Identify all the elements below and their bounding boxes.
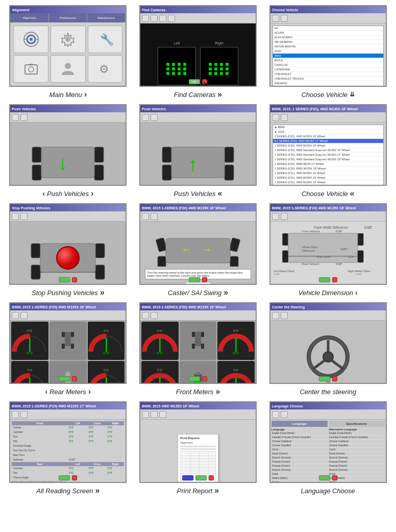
cv2-list[interactable]: ► BMW ► 2015 1 SERIES (F20), 4WD M135X 1… bbox=[273, 125, 384, 186]
lang-item[interactable]: Canadian Français (French Canadian) bbox=[271, 436, 328, 440]
btn-ok-fm[interactable] bbox=[189, 376, 200, 381]
make-daewoo[interactable]: DAEWOO bbox=[273, 81, 383, 86]
make-buick[interactable]: BUICK bbox=[273, 58, 383, 63]
make-ac[interactable]: AC bbox=[273, 26, 383, 31]
tb-btn-sp-1[interactable] bbox=[12, 213, 19, 220]
tab-specs[interactable]: Specifications bbox=[329, 421, 385, 427]
tab-language[interactable]: Language bbox=[271, 421, 328, 427]
tb-btn-pr-1[interactable] bbox=[142, 411, 149, 418]
btn-cancel-dim[interactable] bbox=[332, 277, 337, 282]
cv2-model-5[interactable]: 1 SERIES (F20), 4WD Standard Susp exc M1… bbox=[273, 153, 383, 157]
make-am[interactable]: AM GENERAL bbox=[273, 40, 383, 44]
cv2-model-selected[interactable]: ● 1 SERIES (F20), 4WD M135X 17' Wheel bbox=[273, 139, 383, 143]
tb-btn-dim-2[interactable] bbox=[281, 213, 288, 220]
btn-ok-cs[interactable] bbox=[319, 376, 330, 381]
lang-item[interactable]: English (Great Britain) bbox=[271, 431, 328, 436]
cv2-model-9[interactable]: 1 SERIES (F21), 4WD M135X 16' Wheel bbox=[273, 171, 383, 176]
btn-cancel-ar[interactable] bbox=[72, 475, 77, 480]
btn-ok-cameras[interactable]: OK bbox=[189, 79, 200, 84]
lang-item[interactable]: Français (French) bbox=[271, 464, 328, 468]
tb-btn-ar-1[interactable] bbox=[12, 411, 19, 418]
tb-btn-cv2-2[interactable] bbox=[281, 114, 288, 121]
lang-item-alt[interactable]: Français (French) bbox=[329, 460, 385, 464]
tb-btn-rm-1[interactable] bbox=[12, 312, 19, 319]
btn-ok-dim[interactable] bbox=[319, 277, 330, 282]
cv2-model-1[interactable]: 1 SERIES (F20), 4WD M135X 16' Wheel bbox=[273, 134, 383, 139]
btn-cancel-cameras[interactable]: ✕ bbox=[202, 79, 207, 84]
cv2-model-3[interactable]: 1 SERIES (F20), 4WD M135X 18' Wheel bbox=[273, 143, 383, 148]
btn-cancel-caster[interactable] bbox=[202, 277, 207, 282]
tb-btn-pv2-2[interactable] bbox=[151, 114, 158, 121]
tab-preferences[interactable]: Preferences bbox=[49, 13, 87, 22]
icon-camera[interactable] bbox=[13, 55, 48, 83]
lang-item[interactable]: Korean bbox=[271, 480, 328, 483]
make-alfa[interactable]: ALFA ROMEO bbox=[273, 35, 383, 40]
tb-btn-rm-2[interactable] bbox=[20, 312, 28, 319]
lang-item-alt[interactable]: Deutsch (German) bbox=[329, 468, 385, 472]
lang-item[interactable]: Dansk (Danish) bbox=[271, 452, 328, 456]
tb-btn-pv1-1[interactable] bbox=[12, 114, 19, 121]
lang-item-alt[interactable]: Français (French) bbox=[329, 464, 385, 468]
tb-btn-4[interactable] bbox=[168, 15, 175, 22]
icon-wrench[interactable]: 🔧 bbox=[88, 26, 123, 53]
cv2-model-8[interactable]: 1 SERIES (F20), RWD M135X 18' Wheel bbox=[273, 166, 383, 171]
tb-btn-sp-2[interactable] bbox=[20, 213, 28, 220]
icon-settings[interactable] bbox=[51, 26, 86, 53]
lang-item-alt[interactable]: Dansk (Danish) bbox=[329, 452, 385, 456]
make-acura[interactable]: ACURA bbox=[273, 31, 383, 35]
tb-btn-cs-1[interactable] bbox=[272, 312, 279, 319]
tb-btn-pr-3[interactable] bbox=[159, 411, 166, 418]
tb-btn-cv2-1[interactable] bbox=[272, 114, 279, 121]
make-aston[interactable]: ASTON MARTIN bbox=[273, 44, 383, 49]
cv2-2015[interactable]: ► 2015 bbox=[273, 130, 383, 134]
tb-btn-3[interactable] bbox=[159, 15, 166, 22]
lang-item[interactable]: Deutsch (German) bbox=[271, 456, 328, 460]
tb-btn-fm-1[interactable] bbox=[142, 312, 149, 319]
make-cadillac[interactable]: CADILLAC bbox=[273, 63, 383, 67]
tb-btn-1[interactable] bbox=[142, 15, 149, 22]
lang-item[interactable]: Chinese Simplified bbox=[271, 444, 328, 448]
tb-btn-ar-2[interactable] bbox=[20, 411, 28, 418]
lang-item[interactable]: Chinese Traditional bbox=[271, 440, 328, 444]
make-chevrolet[interactable]: CHEVROLET bbox=[273, 72, 383, 77]
tb-btn-pr-2[interactable] bbox=[151, 411, 158, 418]
make-audi[interactable]: AUDI bbox=[273, 49, 383, 54]
tb-btn-caster-2[interactable] bbox=[151, 213, 158, 220]
lang-item[interactable]: Deutsch (German) bbox=[271, 468, 328, 472]
tab-maintenance[interactable]: Maintenance bbox=[87, 13, 126, 22]
cv2-model-11[interactable]: 1 SERIES (F21), 4WD M135X 18' Wheel bbox=[273, 180, 383, 185]
tb-btn-cv1-1[interactable] bbox=[272, 15, 279, 22]
btn-cancel-cs[interactable] bbox=[332, 376, 337, 381]
lang-item-alt[interactable]: Korean bbox=[329, 480, 385, 483]
tb-btn-caster-1[interactable] bbox=[142, 213, 149, 220]
tb-btn-cs-2[interactable] bbox=[281, 312, 288, 319]
tb-btn-dim-1[interactable] bbox=[272, 213, 279, 220]
btn-ok-rm[interactable] bbox=[59, 376, 70, 381]
make-chevy-trucks[interactable]: CHEVROLET TRUCKS bbox=[273, 77, 383, 81]
lang-item-alt[interactable]: Czech bbox=[329, 448, 385, 452]
cv2-model-4[interactable]: 1 SERIES (F20), 4WD Standard Susp exc M1… bbox=[273, 148, 383, 153]
btn-ok-caster[interactable] bbox=[189, 277, 200, 282]
icon-user[interactable] bbox=[51, 55, 86, 83]
btn-ok-ar[interactable] bbox=[59, 475, 70, 480]
btn-cancel-rm[interactable] bbox=[72, 376, 77, 381]
cv2-model-7[interactable]: 1 SERIES (F20), RWD M135 17' Wheel bbox=[273, 162, 383, 166]
tb-btn-cv1-2[interactable] bbox=[281, 15, 288, 22]
tb-btn-pv2-1[interactable] bbox=[142, 114, 149, 121]
tb-btn-fm-2[interactable] bbox=[151, 312, 158, 319]
cv2-model-10[interactable]: 1 SERIES (F21), 4WD M135X 18' Wheel bbox=[273, 176, 383, 180]
lang-item[interactable]: Français (French) bbox=[271, 460, 328, 464]
cv2-bmw[interactable]: ► BMW bbox=[273, 125, 383, 130]
lang-item-alt[interactable]: Deutsch (German) bbox=[329, 456, 385, 460]
lang-item[interactable]: Czech bbox=[271, 448, 328, 452]
tb-btn-2[interactable] bbox=[151, 15, 158, 22]
tb-btn-pv1-2[interactable] bbox=[20, 114, 28, 121]
cv1-list[interactable]: AC ACURA ALFA ROMEO AM GENERAL ASTON MAR… bbox=[273, 26, 384, 87]
tab-alignment[interactable]: Alignment bbox=[10, 13, 48, 22]
lang-item-alt[interactable]: Chinese Traditional bbox=[329, 440, 385, 444]
btn-cancel-pr[interactable] bbox=[209, 475, 214, 480]
btn-cancel-sp[interactable] bbox=[72, 277, 77, 282]
icon-gear[interactable]: ⚙ bbox=[88, 55, 123, 83]
tb-btn-lang-2[interactable] bbox=[281, 411, 288, 418]
lang-item-alt[interactable]: English (Great Britain) bbox=[329, 431, 385, 436]
